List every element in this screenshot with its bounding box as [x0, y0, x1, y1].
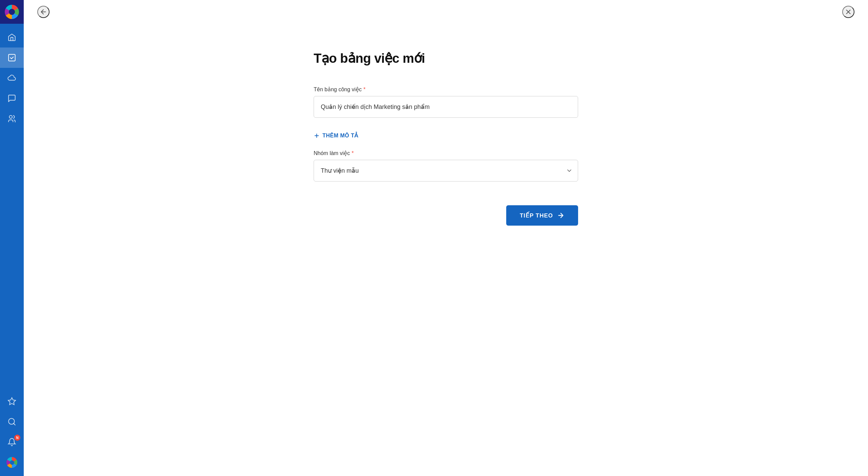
- top-bar: [24, 0, 868, 24]
- sidebar-item-cloud[interactable]: [0, 68, 24, 88]
- next-button[interactable]: TIẾP THEO: [506, 205, 578, 226]
- workspace-select-wrapper: Thư viện mẫu Nhóm cá nhân Nhóm công ty: [314, 160, 578, 182]
- sidebar-item-chat[interactable]: [0, 88, 24, 109]
- message-circle-icon: [7, 94, 16, 103]
- page-title: Tạo bảng việc mới: [314, 51, 425, 66]
- svg-rect-0: [8, 54, 15, 61]
- required-star-workspace: *: [352, 150, 354, 156]
- main-content: Tạo bảng việc mới Tên bảng công việc * T…: [24, 0, 868, 476]
- home-icon: [7, 33, 16, 42]
- sidebar-bottom: N: [0, 391, 24, 476]
- close-button[interactable]: [842, 6, 854, 18]
- sidebar: N: [0, 0, 24, 476]
- workspace-label: Nhóm làm việc *: [314, 150, 578, 156]
- board-name-label: Tên bảng công việc *: [314, 86, 578, 93]
- sidebar-nav: [0, 24, 24, 391]
- search-icon: [7, 417, 16, 426]
- sidebar-item-search[interactable]: [0, 412, 24, 432]
- required-star-name: *: [363, 87, 366, 93]
- arrow-right-icon: [557, 212, 565, 219]
- workspace-select[interactable]: Thư viện mẫu Nhóm cá nhân Nhóm công ty: [314, 160, 578, 182]
- form-container: Tạo bảng việc mới Tên bảng công việc * T…: [314, 24, 578, 476]
- sidebar-item-favorites[interactable]: [0, 391, 24, 412]
- sidebar-item-tasks[interactable]: [0, 47, 24, 68]
- close-icon: [845, 8, 852, 16]
- svg-point-1: [9, 115, 12, 118]
- board-name-group: Tên bảng công việc *: [314, 86, 578, 118]
- board-name-input[interactable]: [314, 96, 578, 118]
- app-logo-bottom-icon: [6, 457, 17, 468]
- sidebar-item-notifications[interactable]: N: [0, 432, 24, 452]
- users-icon: [7, 114, 16, 123]
- add-description-button[interactable]: THÊM MÔ TẢ: [314, 130, 358, 141]
- sidebar-item-team[interactable]: [0, 109, 24, 129]
- plus-icon: [314, 133, 320, 139]
- workspace-group: Nhóm làm việc * Thư viện mẫu Nhóm cá nhâ…: [314, 150, 578, 182]
- svg-marker-2: [8, 398, 16, 405]
- star-icon: [7, 397, 16, 406]
- back-button[interactable]: [37, 6, 50, 18]
- back-arrow-icon: [40, 8, 47, 16]
- submit-row: TIẾP THEO: [314, 205, 578, 226]
- logo-area[interactable]: [0, 0, 24, 24]
- cloud-icon: [7, 74, 16, 82]
- sidebar-item-app-bottom[interactable]: [0, 452, 24, 473]
- notification-badge: N: [14, 435, 20, 441]
- app-logo-icon: [5, 5, 19, 19]
- check-square-icon: [7, 53, 16, 62]
- sidebar-item-home[interactable]: [0, 27, 24, 47]
